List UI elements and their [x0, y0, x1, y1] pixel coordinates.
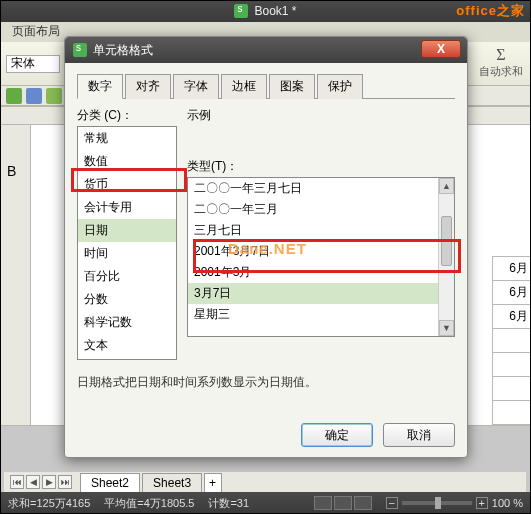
sheet-tabs-bar: ⏮ ◀ ▶ ⏭ Sheet2 Sheet3 + — [4, 472, 526, 492]
view-page-icon[interactable] — [334, 496, 352, 510]
tab-number[interactable]: 数字 — [77, 74, 123, 99]
view-break-icon[interactable] — [354, 496, 372, 510]
type-item[interactable]: 2001年3月7日 — [188, 241, 454, 262]
category-item[interactable]: 时间 — [78, 242, 176, 265]
zoom-thumb[interactable] — [435, 497, 441, 509]
status-sum: 求和=125万4165 — [8, 496, 90, 511]
cell[interactable] — [492, 328, 530, 353]
category-item[interactable]: 货币 — [78, 173, 176, 196]
cell[interactable] — [492, 376, 530, 401]
dialog-icon — [73, 43, 87, 57]
zoom-out-button[interactable]: − — [386, 497, 398, 509]
view-normal-icon[interactable] — [314, 496, 332, 510]
status-count: 计数=31 — [208, 496, 249, 511]
qa-icon-3[interactable] — [46, 88, 62, 104]
document-title: Book1 * — [254, 4, 296, 18]
cancel-button[interactable]: 取消 — [383, 423, 455, 447]
type-item[interactable]: 三月七日 — [188, 220, 454, 241]
dialog-tabs: 数字 对齐 字体 边框 图案 保护 — [77, 73, 455, 99]
type-item[interactable]: 二〇〇一年三月 — [188, 199, 454, 220]
sheet-nav-last-icon[interactable]: ⏭ — [58, 475, 72, 489]
sheet-add-button[interactable]: + — [204, 473, 222, 492]
zoom-slider[interactable] — [402, 501, 472, 505]
scroll-down-icon[interactable]: ▼ — [439, 320, 454, 336]
tab-font[interactable]: 字体 — [173, 74, 219, 99]
type-label: 类型(T)： — [187, 158, 455, 175]
category-item[interactable]: 特殊 — [78, 357, 176, 360]
view-buttons — [314, 496, 372, 510]
cell[interactable] — [492, 352, 530, 377]
autosum-label: 自动求和 — [479, 64, 523, 79]
ok-button[interactable]: 确定 — [301, 423, 373, 447]
cell[interactable] — [492, 400, 530, 425]
zoom-control: − + 100 % — [386, 497, 523, 509]
category-item[interactable]: 科学记数 — [78, 311, 176, 334]
status-avg: 平均值=4万1805.5 — [104, 496, 194, 511]
tab-border[interactable]: 边框 — [221, 74, 267, 99]
category-item[interactable]: 常规 — [78, 127, 176, 150]
app-icon — [234, 4, 248, 18]
type-item[interactable]: 二〇〇一年三月七日 — [188, 178, 454, 199]
column-b-label: B — [7, 163, 16, 179]
zoom-level[interactable]: 100 % — [492, 497, 523, 509]
ribbon-tab-layout[interactable]: 页面布局 — [6, 21, 66, 42]
sigma-icon: Σ — [496, 46, 505, 64]
category-item[interactable]: 百分比 — [78, 265, 176, 288]
type-item[interactable]: 星期三 — [188, 304, 454, 325]
dialog-titlebar[interactable]: 单元格格式 X — [65, 37, 467, 63]
font-select[interactable]: 宋体 — [6, 55, 60, 73]
sheet-nav-prev-icon[interactable]: ◀ — [26, 475, 40, 489]
category-item[interactable]: 数值 — [78, 150, 176, 173]
app-titlebar: Book1 * office之家 — [0, 0, 531, 22]
dialog-title: 单元格格式 — [93, 42, 153, 59]
brand-watermark: office之家 — [456, 2, 525, 20]
type-item[interactable]: 2001年3月 — [188, 262, 454, 283]
category-item-date[interactable]: 日期 — [78, 219, 176, 242]
font-group: 宋体 — [6, 55, 60, 73]
scroll-thumb[interactable] — [441, 216, 452, 266]
type-list[interactable]: 二〇〇一年三月七日 二〇〇一年三月 三月七日 2001年3月7日 2001年3月… — [187, 177, 455, 337]
tab-pattern[interactable]: 图案 — [269, 74, 315, 99]
category-item[interactable]: 分数 — [78, 288, 176, 311]
category-item[interactable]: 会计专用 — [78, 196, 176, 219]
tab-protect[interactable]: 保护 — [317, 74, 363, 99]
scroll-up-icon[interactable]: ▲ — [439, 178, 454, 194]
visible-cells: 6月 6月 6月 — [492, 257, 530, 425]
sheet-nav-first-icon[interactable]: ⏮ — [10, 475, 24, 489]
qa-icon-2[interactable] — [26, 88, 42, 104]
cell-format-dialog: 单元格格式 X 数字 对齐 字体 边框 图案 保护 分类 (C)： 常规 数值 … — [64, 36, 468, 458]
dialog-buttons: 确定 取消 — [301, 423, 455, 447]
type-scrollbar[interactable]: ▲ ▼ — [438, 178, 454, 336]
qa-icon-1[interactable] — [6, 88, 22, 104]
type-item-selected[interactable]: 3月7日 — [188, 283, 454, 304]
sheet-nav: ⏮ ◀ ▶ ⏭ — [10, 475, 72, 489]
cell[interactable]: 6月 — [492, 304, 530, 329]
status-bar: 求和=125万4165 平均值=4万1805.5 计数=31 − + 100 % — [0, 492, 531, 514]
sheet-tab[interactable]: Sheet2 — [80, 473, 140, 492]
sample-label: 示例 — [187, 107, 455, 124]
autosum-group[interactable]: Σ 自动求和 — [479, 46, 523, 79]
category-list[interactable]: 常规 数值 货币 会计专用 日期 时间 百分比 分数 科学记数 文本 特殊 自定… — [77, 126, 177, 360]
dialog-body: 数字 对齐 字体 边框 图案 保护 分类 (C)： 常规 数值 货币 会计专用 … — [65, 63, 467, 399]
close-button[interactable]: X — [421, 40, 461, 58]
cell[interactable]: 6月 — [492, 280, 530, 305]
sheet-nav-next-icon[interactable]: ▶ — [42, 475, 56, 489]
zoom-in-button[interactable]: + — [476, 497, 488, 509]
sheet-tab[interactable]: Sheet3 — [142, 473, 202, 492]
category-item[interactable]: 文本 — [78, 334, 176, 357]
cell[interactable]: 6月 — [492, 256, 530, 281]
tab-align[interactable]: 对齐 — [125, 74, 171, 99]
close-icon: X — [437, 42, 445, 56]
format-description: 日期格式把日期和时间系列数显示为日期值。 — [77, 360, 455, 391]
category-label: 分类 (C)： — [77, 107, 177, 124]
